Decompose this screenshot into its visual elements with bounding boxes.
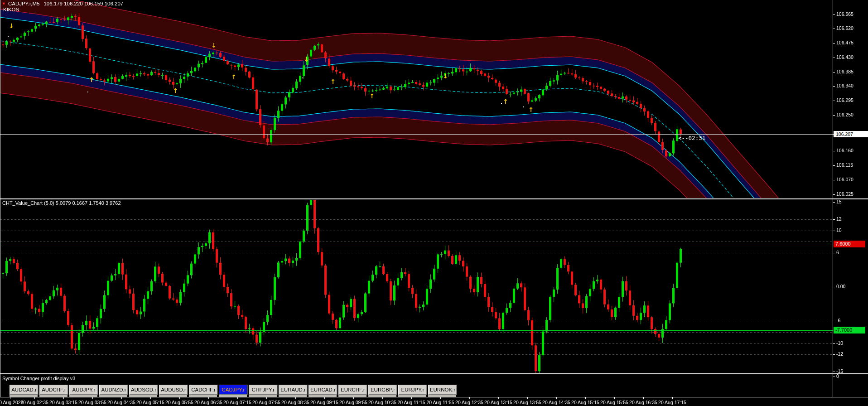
time-axis-label: 20 Aug 06:35 (194, 400, 222, 405)
symbol-button-eurcad-r[interactable]: EURCAD.r (309, 385, 338, 395)
symbol-button-audcad-r[interactable]: AUDCAD.r (10, 385, 39, 395)
price-axis-label: 106.115 (836, 162, 853, 168)
symbol-button-audjpy-r[interactable]: AUDJPY.r (69, 385, 98, 395)
symbol-button-eurnok-r[interactable]: EURNOK.r (428, 385, 457, 395)
price-axis-label: 106.340 (836, 83, 854, 89)
time-axis-label: 20 Aug 11:15 (397, 400, 425, 405)
chart-canvas[interactable] (0, 0, 868, 406)
symbol-button-audnzd-r[interactable]: AUDNZD.r (99, 385, 128, 395)
chart-title: ▼CADJPY.r,M5106.179 106.220 106.159 106.… (2, 1, 123, 6)
time-axis-label: 20 Aug 03:15 (49, 400, 77, 405)
time-axis-label: 20 Aug 09:15 (310, 400, 338, 405)
chart-symbol-timeframe: CADJPY.r,M5 (8, 1, 39, 6)
symbol-button-eurchf-r[interactable]: EURCHF.r (338, 385, 367, 395)
symbol-button-eurgbp-r[interactable]: EURGBP.r (368, 385, 397, 395)
symbol-button-stub (189, 395, 217, 397)
symbol-button-stub (338, 395, 366, 397)
symbol-button-stub (279, 395, 307, 397)
time-axis-label: 20 Aug 07:55 (252, 400, 280, 405)
value-axis[interactable]: 15121060.00-6-10-12-15 (834, 199, 868, 373)
symbol-button-stub (10, 395, 38, 397)
value-axis-label: 0.00 (836, 284, 845, 290)
candle-countdown-label: <--02:31 (678, 135, 705, 141)
time-axis-label: 20 Aug 11:55 (426, 400, 454, 405)
chart-dropdown-icon[interactable]: ▼ (2, 1, 6, 6)
value-axis-label: -6 (836, 318, 840, 324)
time-axis-label: 20 Aug 07:15 (223, 400, 251, 405)
price-axis-label: 106.475 (836, 40, 854, 46)
time-axis-label: 20 Aug 13:55 (513, 400, 541, 405)
symbol-button-stub (39, 395, 68, 397)
value-axis-label: -10 (836, 340, 843, 346)
price-axis-label: 106.070 (836, 177, 854, 183)
time-axis-label: 20 Aug 05:15 (136, 400, 164, 405)
time-axis-label: 20 Aug 17:15 (658, 400, 686, 405)
mt4-chart-window: ▼CADJPY.r,M5106.179 106.220 106.159 106.… (0, 0, 868, 406)
time-axis-label: 20 Aug 16:35 (629, 400, 657, 405)
symbol-buttons-second-row-stub (0, 395, 868, 397)
symbol-button-eurjpy-r[interactable]: EURJPY.r (398, 385, 427, 395)
symbol-button-stub (159, 395, 187, 397)
value-axis-label: 15 (836, 199, 842, 205)
time-axis[interactable]: 20 Aug 202520 Aug 02:3520 Aug 03:1520 Au… (0, 397, 868, 406)
price-axis-label: 106.250 (836, 112, 854, 118)
price-axis-label: 106.295 (836, 97, 854, 103)
time-axis-label: 20 Aug 02:35 (20, 400, 48, 405)
time-axis-label: 20 Aug 15:55 (600, 400, 628, 405)
time-axis-label: 20 Aug 10:35 (368, 400, 396, 405)
time-axis-label: 20 Aug 04:35 (107, 400, 135, 405)
time-axis-label: 20 Aug 2025 (0, 400, 23, 405)
time-axis-label: 20 Aug 12:35 (455, 400, 483, 405)
symbol-button-chfjpy-r[interactable]: CHFJPY.r (249, 385, 278, 395)
lower-level-label: -7.7000 (834, 327, 865, 334)
symbol-button-stub (129, 395, 157, 397)
symbol-button-stub (69, 395, 97, 397)
symbol-button-audusd-r[interactable]: AUDUSD.r (159, 385, 188, 395)
price-axis-label: 106.385 (836, 69, 854, 75)
price-axis-label: 106.430 (836, 54, 854, 60)
price-axis-label: 106.160 (836, 148, 854, 154)
indicator-label-kikos: KIKOS (3, 7, 19, 12)
price-axis-label: 106.565 (836, 11, 854, 17)
price-axis-label: 106.025 (836, 191, 854, 197)
symbol-button-cadchf-r[interactable]: CADCHF.r (189, 385, 218, 395)
value-axis-label: -12 (836, 351, 843, 357)
value-axis-label: 6 (836, 250, 839, 256)
symbol-button-audchf-r[interactable]: AUDCHF.r (39, 385, 68, 395)
symbol-button-stub (249, 395, 277, 397)
symbol-button-cadjpy-r[interactable]: CADJPY.r (219, 385, 248, 395)
symbol-button-stub (368, 395, 396, 397)
price-axis-label: 106.520 (836, 25, 854, 31)
value-axis-label: 12 (836, 216, 842, 222)
upper-level-label: 7.6000 (834, 241, 865, 247)
price-axis[interactable]: 106.565106.520106.475106.430106.385106.3… (834, 0, 868, 198)
symbol-button-stub (309, 395, 337, 397)
value-axis-label: 10 (836, 227, 842, 233)
symbol-button-stub (219, 395, 247, 397)
time-axis-label: 20 Aug 15:15 (571, 400, 599, 405)
profit-axis-zero-label: 0 (836, 373, 839, 379)
time-axis-label: 20 Aug 03:55 (78, 400, 106, 405)
time-axis-label: 20 Aug 13:15 (484, 400, 512, 405)
symbol-button-stub (428, 395, 456, 397)
value-chart-title: CHT_Value_Chart (5.0) 5.0079 0.1667 1.75… (2, 200, 121, 206)
symbol-button-euraud-r[interactable]: EURAUD.r (279, 385, 308, 395)
time-axis-label: 20 Aug 05:55 (165, 400, 193, 405)
symbol-button-audsgd-r[interactable]: AUDSGD.r (129, 385, 158, 395)
current-price-label: 106.207 (834, 131, 868, 137)
time-axis-label: 20 Aug 08:35 (281, 400, 309, 405)
symbol-panel-title: Symbol Changer profit display v3 (2, 376, 75, 381)
symbol-buttons-row: AUDCAD.rAUDCHF.rAUDJPY.rAUDNZD.rAUDSGD.r… (0, 385, 868, 395)
time-axis-label: 20 Aug 14:35 (542, 400, 570, 405)
symbol-button-stub (398, 395, 426, 397)
chart-ohlc-values: 106.179 106.220 106.159 106.207 (43, 1, 123, 6)
symbol-button-stub (99, 395, 127, 397)
time-axis-label: 20 Aug 09:55 (339, 400, 367, 405)
